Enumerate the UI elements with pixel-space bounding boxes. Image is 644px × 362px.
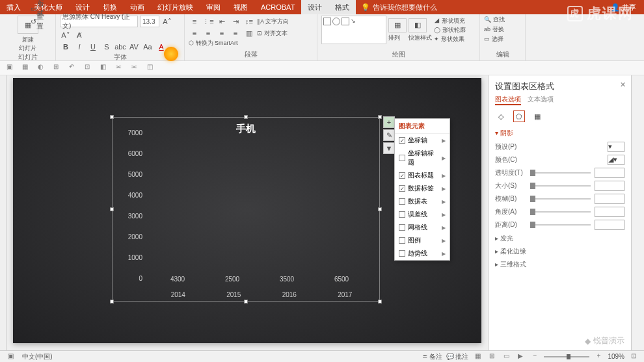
flyout-item[interactable]: ✓图表标题▶ [395, 169, 449, 182]
section-soft-edges[interactable]: ▸ 柔化边缘 [495, 247, 624, 256]
resize-handle[interactable] [244, 115, 248, 119]
flyout-item[interactable]: 数据表▶ [395, 195, 449, 208]
slide-canvas-area[interactable]: 手机 01000200030004000500060007000 4300250… [7, 75, 488, 350]
quick-styles-button[interactable]: ◧ [409, 18, 427, 32]
ribbon-tab[interactable]: 幻灯片放映 [151, 0, 200, 14]
slide[interactable]: 手机 01000200030004000500060007000 4300250… [13, 78, 481, 343]
fit-view-icon[interactable]: ⊡ [628, 352, 639, 361]
fill-line-icon[interactable]: ◇ [495, 110, 507, 122]
section-3d-format[interactable]: ▸ 三维格式 [495, 260, 624, 269]
indent-right-icon[interactable]: ⇥ [230, 16, 241, 27]
align-text-button[interactable]: ⊡ 对齐文本 [257, 29, 288, 38]
slide-thumbnail-panel[interactable] [0, 75, 7, 350]
angle-slider[interactable] [530, 211, 591, 213]
resize-handle[interactable] [244, 300, 248, 304]
select-button[interactable]: ▭ 选择 [484, 35, 503, 44]
checkbox-icon[interactable] [399, 237, 405, 244]
indent-left-icon[interactable]: ⇤ [216, 16, 228, 27]
checkbox-icon[interactable] [399, 250, 405, 257]
qat-icon[interactable]: ⊞ [51, 63, 61, 73]
checkbox-icon[interactable] [399, 198, 405, 205]
shadow-icon[interactable]: abc [114, 41, 126, 53]
shape-effects-button[interactable]: ✦ 形状效果 [434, 35, 466, 44]
flyout-item[interactable]: 坐标轴标题▶ [395, 147, 449, 169]
qat-icon[interactable]: ◐ [35, 63, 46, 73]
chart-plot-area[interactable]: 01000200030004000500060007000 4300250035… [124, 140, 373, 285]
notes-button[interactable]: ≐ 备注 [422, 352, 442, 361]
ribbon-tab[interactable]: 审阅 [200, 0, 227, 14]
chart-filter-button[interactable]: ▼ [383, 142, 395, 154]
align-right-icon[interactable]: ≡ [216, 27, 228, 39]
find-button[interactable]: 🔍 查找 [484, 16, 505, 24]
language-label[interactable]: 中文(中国) [22, 352, 53, 361]
resize-handle[interactable] [110, 115, 114, 119]
tab-chart-options[interactable]: 图表选项 [495, 95, 521, 105]
qat-icon[interactable]: ▣ [4, 63, 14, 73]
slideshow-view-icon[interactable]: ▶ [515, 352, 526, 361]
font-name-select[interactable]: 思源黑体 CN Heavy (正文) [60, 16, 138, 27]
case-icon[interactable]: Aa [142, 41, 154, 53]
sorter-view-icon[interactable]: ⊞ [487, 352, 497, 361]
ribbon-tab-context[interactable]: 格式 [329, 0, 356, 14]
distance-input[interactable] [595, 220, 624, 230]
replace-button[interactable]: ab 替换 [484, 25, 504, 34]
section-shadow[interactable]: ▾ 阴影 [495, 129, 624, 138]
resize-handle[interactable] [378, 115, 382, 119]
strike-icon[interactable]: S [101, 41, 113, 53]
checkbox-icon[interactable]: ✓ [399, 185, 405, 192]
bullets-icon[interactable]: ≡ [189, 16, 200, 27]
numbering-icon[interactable]: ⋮≡ [202, 16, 214, 27]
angle-input[interactable] [595, 207, 624, 217]
qat-icon[interactable]: ◧ [98, 63, 108, 73]
qat-icon[interactable]: ⫘ [113, 63, 124, 73]
qat-icon[interactable]: ↶ [66, 63, 77, 73]
clear-format-icon[interactable]: A̸ [74, 29, 85, 41]
resize-handle[interactable] [110, 300, 114, 304]
tab-text-options[interactable]: 文本选项 [528, 95, 554, 105]
size-slider[interactable] [530, 185, 591, 187]
blur-input[interactable] [595, 194, 624, 204]
ribbon-tab[interactable]: 插入 [0, 0, 27, 14]
checkbox-icon[interactable]: ✓ [399, 137, 405, 144]
zoom-out-icon[interactable]: − [530, 352, 540, 361]
transparency-input[interactable] [595, 168, 624, 178]
smartart-button[interactable]: ⬡ 转换为 SmartArt [189, 39, 238, 47]
tell-me[interactable]: 💡 告诉我你想要做什么 [361, 3, 437, 12]
spacing-icon[interactable]: AV [128, 41, 140, 53]
zoom-slider[interactable] [544, 356, 589, 357]
size-props-icon[interactable]: ▦ [531, 110, 543, 122]
resize-handle[interactable] [378, 300, 382, 304]
blur-slider[interactable] [530, 198, 591, 200]
chart-selection[interactable]: 手机 01000200030004000500060007000 4300250… [112, 117, 380, 302]
flyout-item[interactable]: 图例▶ [395, 234, 449, 247]
size-input[interactable] [595, 181, 624, 191]
ribbon-tab-context[interactable]: 设计 [301, 0, 329, 14]
ribbon-tab[interactable]: ACROBAT [254, 0, 301, 14]
text-direction-button[interactable]: ‖A 文字方向 [257, 18, 289, 26]
shapes-gallery[interactable]: ↘ [321, 16, 386, 44]
normal-view-icon[interactable]: ▦ [472, 352, 483, 361]
checkbox-icon[interactable] [399, 155, 405, 161]
qat-icon[interactable]: ⊡ [82, 63, 92, 73]
reading-view-icon[interactable]: ▭ [501, 352, 511, 361]
resize-handle[interactable] [110, 207, 114, 211]
status-icon[interactable]: ▣ [5, 352, 16, 361]
font-size-select[interactable]: 13.3 [140, 16, 159, 27]
flyout-item[interactable]: ✓数据标签▶ [395, 182, 449, 195]
comments-button[interactable]: 💬 批注 [446, 352, 469, 361]
transparency-slider[interactable] [530, 172, 591, 174]
resize-handle[interactable] [378, 207, 382, 211]
align-center-icon[interactable]: ≡ [202, 27, 214, 39]
shape-fill-button[interactable]: ◢ 形状填充 [434, 17, 466, 25]
color-picker[interactable]: ◢▾ [608, 155, 624, 165]
ribbon-tab[interactable]: 视图 [227, 0, 254, 14]
justify-icon[interactable]: ≡ [230, 27, 241, 39]
checkbox-icon[interactable]: ✓ [399, 172, 405, 179]
decrease-font-icon[interactable]: A˅ [60, 29, 72, 41]
italic-icon[interactable]: I [74, 41, 85, 53]
align-left-icon[interactable]: ≡ [189, 27, 200, 39]
bold-icon[interactable]: B [60, 41, 72, 53]
zoom-in-icon[interactable]: + [593, 352, 604, 361]
reset-button[interactable]: ↺ 重置 [31, 16, 43, 27]
qat-icon[interactable]: ▦ [20, 63, 30, 73]
